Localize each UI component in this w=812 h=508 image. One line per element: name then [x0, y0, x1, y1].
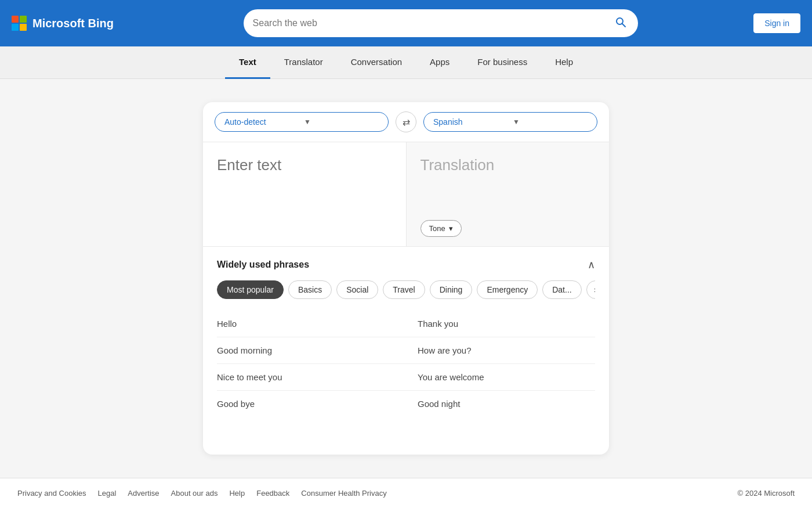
phrase-good-night[interactable]: Good night [406, 391, 595, 417]
footer-about-ads[interactable]: About our ads [171, 489, 218, 498]
chip-dating[interactable]: Dat... [542, 280, 581, 299]
source-text-panel [203, 142, 407, 246]
main-content: Auto-detect ▼ ⇄ Spanish ▼ Translation To… [0, 79, 812, 478]
logo-green-square [20, 16, 27, 23]
chip-dining[interactable]: Dining [430, 280, 473, 299]
brand-name: Microsoft Bing [32, 17, 114, 30]
svg-line-1 [622, 23, 625, 27]
chip-emergency[interactable]: Emergency [477, 280, 538, 299]
swap-languages-button[interactable]: ⇄ [396, 111, 416, 132]
target-language-selector[interactable]: Spanish ▼ [423, 112, 597, 132]
phrase-good-bye[interactable]: Good bye [217, 391, 406, 417]
footer-privacy[interactable]: Privacy and Cookies [17, 489, 86, 498]
collapse-phrases-button[interactable]: ∧ [588, 258, 595, 271]
search-button[interactable] [612, 14, 629, 33]
nav-item-for-business[interactable]: For business [463, 46, 541, 79]
target-lang-label: Spanish [433, 117, 508, 127]
tone-label: Tone [429, 224, 445, 233]
nav-item-conversation[interactable]: Conversation [337, 46, 416, 79]
logo-blue-square [12, 24, 19, 31]
swap-icon: ⇄ [403, 117, 410, 128]
source-lang-label: Auto-detect [224, 117, 299, 127]
phrase-you-are-welcome[interactable]: You are welcome [406, 364, 595, 391]
nav-item-text[interactable]: Text [225, 46, 270, 79]
text-areas: Translation Tone ▾ [203, 142, 609, 247]
category-chips-row: Most popular Basics Social Travel Dining… [217, 280, 595, 299]
source-text-input[interactable] [217, 156, 392, 226]
translation-placeholder: Translation [420, 156, 596, 174]
footer-consumer-health[interactable]: Consumer Health Privacy [301, 489, 386, 498]
phrases-title: Widely used phrases [217, 260, 309, 270]
footer-feedback[interactable]: Feedback [256, 489, 289, 498]
target-text-panel: Translation Tone ▾ [407, 142, 610, 246]
target-lang-chevron-icon: ▼ [513, 118, 588, 126]
chevron-right-icon: › [594, 285, 595, 294]
nav-item-apps[interactable]: Apps [416, 46, 463, 79]
chip-basics[interactable]: Basics [288, 280, 332, 299]
chips-next-button[interactable]: › [586, 280, 595, 299]
footer: Privacy and Cookies Legal Advertise Abou… [0, 478, 812, 508]
phrases-section: Widely used phrases ∧ Most popular Basic… [203, 247, 609, 428]
chevron-up-icon: ∧ [588, 259, 595, 271]
bing-logo-icon [12, 16, 27, 31]
phrase-hello[interactable]: Hello [217, 311, 406, 337]
nav-item-help[interactable]: Help [541, 46, 587, 79]
footer-help[interactable]: Help [229, 489, 245, 498]
tone-chevron-icon: ▾ [449, 224, 453, 233]
source-language-selector[interactable]: Auto-detect ▼ [215, 112, 389, 132]
logo-red-square [12, 16, 19, 23]
phrase-list: Hello Thank you Good morning How are you… [217, 311, 595, 417]
search-input[interactable] [253, 18, 608, 28]
chip-social[interactable]: Social [336, 280, 378, 299]
search-bar-container [137, 9, 744, 37]
chip-travel[interactable]: Travel [383, 280, 425, 299]
main-nav: Text Translator Conversation Apps For bu… [0, 46, 812, 79]
phrases-header: Widely used phrases ∧ [217, 258, 595, 271]
footer-links: Privacy and Cookies Legal Advertise Abou… [17, 489, 387, 498]
logo-yellow-square [20, 24, 27, 31]
search-icon [615, 16, 626, 28]
phrase-good-morning[interactable]: Good morning [217, 337, 406, 364]
logo-area: Microsoft Bing [12, 16, 128, 31]
phrase-nice-to-meet-you[interactable]: Nice to meet you [217, 364, 406, 391]
phrase-thank-you[interactable]: Thank you [406, 311, 595, 337]
nav-item-translator[interactable]: Translator [270, 46, 337, 79]
footer-legal[interactable]: Legal [98, 489, 117, 498]
footer-copyright: © 2024 Microsoft [738, 489, 795, 498]
search-bar [244, 9, 638, 37]
source-lang-chevron-icon: ▼ [304, 118, 379, 126]
language-bar: Auto-detect ▼ ⇄ Spanish ▼ [203, 102, 609, 142]
tone-button[interactable]: Tone ▾ [420, 220, 462, 237]
phrase-how-are-you[interactable]: How are you? [406, 337, 595, 364]
translator-card: Auto-detect ▼ ⇄ Spanish ▼ Translation To… [203, 102, 609, 455]
footer-advertise[interactable]: Advertise [128, 489, 159, 498]
header: Microsoft Bing Sign in [0, 0, 812, 46]
chip-most-popular[interactable]: Most popular [217, 280, 284, 299]
sign-in-button[interactable]: Sign in [753, 13, 800, 33]
